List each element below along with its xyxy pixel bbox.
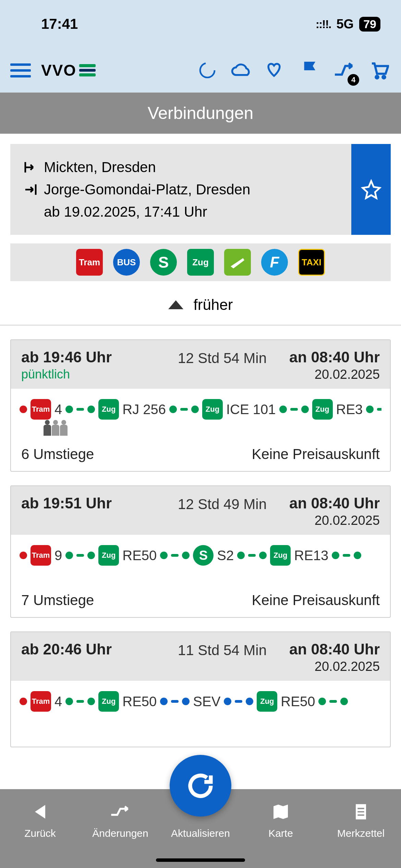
leg-zug-badge: Zug [202,399,223,420]
home-indicator[interactable] [156,858,245,862]
duration-label: 12 Std 54 Min [155,349,289,366]
app-logo[interactable]: VVO [41,61,96,80]
star-icon [361,179,381,200]
changes-icon[interactable]: 4 [332,58,356,82]
leg-label: 4 [54,402,62,417]
leg-zug-badge: Zug [257,691,277,712]
nav-changes[interactable]: Änderungen [80,801,160,839]
datetime-label: ab 19.02.2025, 17:41 Uhr [44,201,338,223]
leg-zug-badge: Zug [98,691,119,712]
changes-nav-icon [110,801,131,822]
earlier-button[interactable]: früher [0,285,401,326]
transfers-label: 7 Umstiege [21,592,94,608]
arrive-date: 20.02.2025 [289,367,380,382]
from-icon [24,161,37,174]
leg-zug-badge: Zug [98,545,119,566]
mode-train-icon[interactable]: Zug [187,249,214,276]
mode-bus-icon[interactable]: BUS [113,249,140,276]
refresh-fab[interactable] [170,755,231,817]
arrive-time: an 08:40 Uhr [289,495,380,512]
status-label: pünktlich [21,367,155,382]
top-toolbar: VVO 4 [0,48,401,93]
leg-label: S2 [217,548,234,563]
leg-label: ICE 101 [226,402,276,417]
card-header: ab 19:51 Uhr 12 Std 49 Min an 08:40 Uhr … [11,486,390,535]
from-label: Mickten, Dresden [44,156,156,178]
card-header: ab 19:46 Uhr pünktlich 12 Std 54 Min an … [11,340,390,389]
depart-time: ab 19:51 Uhr [21,495,155,512]
pretzel-icon[interactable] [264,58,288,82]
menu-button[interactable] [10,63,31,77]
leg-tram-badge: Tram [31,545,51,566]
result-card[interactable]: ab 19:46 Uhr pünktlich 12 Std 54 Min an … [10,339,391,472]
status-time: 17:41 [41,16,78,32]
depart-time: ab 20:46 Uhr [21,641,155,658]
svg-point-2 [382,76,385,79]
duration-label: 12 Std 49 Min [155,495,289,513]
duration-label: 11 Std 54 Min [155,641,289,659]
mode-sbahn-icon[interactable]: S [150,249,177,276]
result-card[interactable]: ab 20:46 Uhr 11 Std 54 Min an 08:40 Uhr … [10,631,391,747]
mode-incline-icon[interactable] [224,249,251,276]
nav-notes[interactable]: Merkzettel [321,801,401,839]
leg-label: RE3 [336,402,363,417]
mode-ferry-icon[interactable]: F [261,249,288,276]
leg-label: RE13 [294,548,328,563]
triangle-up-icon [168,300,183,309]
mode-taxi-icon[interactable]: TAXI [298,249,325,276]
flag-icon[interactable] [298,58,322,82]
leg-sbahn-badge: S [193,545,214,566]
leg-label: 4 [54,694,62,709]
arrive-date: 20.02.2025 [289,513,380,528]
journey-legs: Tram4ZugRE50SEVZugRE50 [20,691,381,712]
search-summary[interactable]: Mickten, Dresden Jorge-Gomondai-Platz, D… [10,144,391,235]
leg-label: RE50 [122,694,157,709]
price-label: Keine Preisauskunft [252,446,380,462]
leg-zug-badge: Zug [270,545,291,566]
battery-level: 79 [359,17,380,32]
leg-label: RE50 [281,694,315,709]
arrive-date: 20.02.2025 [289,659,380,674]
notes-icon [350,801,372,822]
to-label: Jorge-Gomondai-Platz, Dresden [44,178,250,201]
price-label: Keine Preisauskunft [252,592,380,608]
journey-legs: Tram9ZugRE50SS2ZugRE13 [20,545,381,566]
signal-icon: ::!!. [316,17,331,31]
mode-tram-icon[interactable]: Tram [76,249,103,276]
cloud-icon[interactable] [230,58,254,82]
cart-icon[interactable] [367,58,391,82]
back-icon [29,801,51,822]
occupancy-icon [44,425,381,436]
changes-badge: 4 [348,74,359,86]
depart-time: ab 19:46 Uhr [21,349,155,366]
leg-tram-badge: Tram [31,399,51,420]
leg-label: 9 [54,548,62,563]
card-header: ab 20:46 Uhr 11 Std 54 Min an 08:40 Uhr … [11,632,390,681]
result-card[interactable]: ab 19:51 Uhr 12 Std 49 Min an 08:40 Uhr … [10,485,391,618]
loading-icon [195,58,219,82]
leg-label: RJ 256 [122,402,166,417]
arrive-time: an 08:40 Uhr [289,349,380,366]
leg-zug-badge: Zug [312,399,333,420]
status-right: ::!!. 5G 79 [316,17,380,32]
refresh-icon [185,770,216,801]
network-label: 5G [336,17,354,32]
map-icon [270,801,291,822]
leg-tram-badge: Tram [31,691,51,712]
favorite-button[interactable] [351,144,391,235]
page-title: Verbindungen [0,93,401,134]
svg-point-0 [200,63,215,77]
leg-label: RE50 [122,548,157,563]
status-bar: 17:41 ::!!. 5G 79 [0,0,401,48]
leg-label: SEV [193,694,220,709]
journey-legs: Tram4ZugRJ 256ZugICE 101ZugRE3 [20,399,381,420]
leg-zug-badge: Zug [98,399,119,420]
nav-map[interactable]: Karte [241,801,321,839]
transfers-label: 6 Umstiege [21,446,94,462]
to-icon [24,183,37,196]
transport-filter[interactable]: Tram BUS S Zug F TAXI [10,243,391,281]
nav-back[interactable]: Zurück [0,801,80,839]
svg-point-1 [376,76,378,79]
arrive-time: an 08:40 Uhr [289,641,380,658]
